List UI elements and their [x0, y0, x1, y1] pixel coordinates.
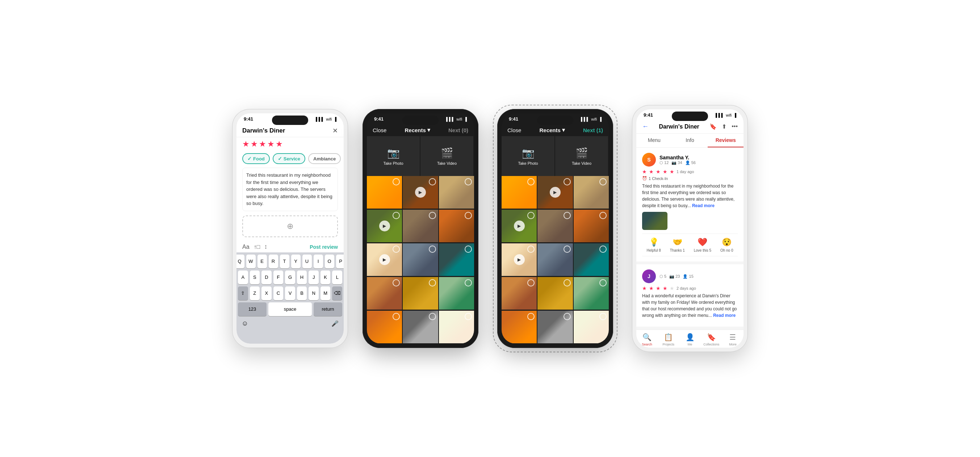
tab-reviews[interactable]: Reviews — [708, 134, 743, 147]
nav-me[interactable]: 👤 Me — [679, 333, 700, 346]
photo-cell-3-3[interactable] — [574, 176, 609, 209]
star-1[interactable]: ★ — [242, 139, 250, 149]
photo-cell-1-2[interactable] — [367, 176, 402, 209]
photo-cell-11-2[interactable] — [403, 277, 438, 310]
key-t[interactable]: T — [280, 255, 290, 268]
key-y[interactable]: Y — [291, 255, 301, 268]
key-f[interactable]: F — [274, 271, 283, 284]
key-j[interactable]: J — [309, 271, 319, 284]
more-icon[interactable]: ••• — [732, 123, 738, 130]
photo-cell-15-3[interactable] — [574, 311, 609, 343]
nav-search[interactable]: 🔍 Search — [636, 333, 658, 346]
nav-projects[interactable]: 📋 Projects — [658, 333, 679, 346]
chart-icon[interactable]: ⫶ — [264, 244, 267, 250]
rating-stars[interactable]: ★ ★ ★ ★ ★ — [237, 137, 344, 151]
key-q[interactable]: Q — [237, 255, 245, 268]
emoji-button[interactable]: ☺ — [242, 320, 248, 327]
key-e[interactable]: E — [258, 255, 267, 268]
photo-cell-13-2[interactable] — [367, 311, 402, 343]
key-return[interactable]: return — [313, 303, 342, 316]
close-button[interactable]: ✕ — [332, 127, 338, 135]
key-delete[interactable]: ⌫ — [332, 287, 342, 300]
key-m[interactable]: M — [320, 287, 331, 300]
key-a[interactable]: A — [238, 271, 248, 284]
photo-cell-12-3[interactable] — [574, 277, 609, 310]
picker-recents-2[interactable]: Recents ▾ — [404, 127, 430, 133]
key-l[interactable]: L — [332, 271, 342, 284]
photo-cell-2-2[interactable]: ▶ — [403, 176, 438, 209]
review-photo-thumb-1[interactable] — [642, 212, 667, 230]
star-3[interactable]: ★ — [259, 139, 266, 149]
picker-recents-3[interactable]: Recents ▾ — [539, 127, 565, 133]
photo-cell-4-2[interactable]: ▶ — [367, 210, 402, 242]
star-2[interactable]: ★ — [251, 139, 258, 149]
photo-cell-14-3[interactable] — [538, 311, 573, 343]
photo-cell-8-2[interactable] — [403, 244, 438, 276]
read-more-2[interactable]: Read more — [713, 313, 735, 318]
key-d[interactable]: D — [261, 271, 272, 284]
reaction-helpful-1[interactable]: 💡 Helpful 8 — [646, 237, 660, 252]
photo-cell-10-2[interactable] — [367, 277, 402, 310]
photo-cell-11-3[interactable] — [538, 277, 573, 310]
picker-close-2[interactable]: Close — [373, 127, 387, 133]
ambiance-tag[interactable]: Ambiance — [308, 153, 341, 164]
review-textarea[interactable]: Tried this restaurant in my neighborhood… — [242, 168, 338, 211]
key-r[interactable]: R — [269, 255, 278, 268]
back-button[interactable]: ← — [642, 123, 649, 131]
nav-more[interactable]: ☰ More — [722, 333, 743, 346]
key-v[interactable]: V — [285, 287, 295, 300]
key-s[interactable]: S — [250, 271, 260, 284]
key-h[interactable]: H — [297, 271, 307, 284]
photo-cell-10-3[interactable] — [501, 277, 537, 310]
photo-cell-3-2[interactable] — [439, 176, 474, 209]
key-w[interactable]: W — [246, 255, 256, 268]
key-x[interactable]: X — [261, 287, 272, 300]
bookmark-icon[interactable]: 🔖 — [710, 123, 717, 130]
take-video-button-2[interactable]: 🎬 Take Video — [420, 136, 473, 176]
photo-cell-6-3[interactable] — [574, 210, 609, 242]
service-tag[interactable]: ✓ Service — [273, 153, 305, 164]
photo-cell-7-2[interactable]: ▶ — [367, 244, 402, 276]
photo-cell-6-2[interactable] — [439, 210, 474, 242]
key-u[interactable]: U — [302, 255, 312, 268]
picker-close-3[interactable]: Close — [508, 127, 521, 133]
photo-cell-13-3[interactable] — [501, 311, 537, 343]
read-more-1[interactable]: Read more — [692, 203, 714, 208]
key-n[interactable]: N — [309, 287, 319, 300]
key-shift[interactable]: ⇧ — [238, 287, 248, 300]
key-g[interactable]: G — [285, 271, 295, 284]
photo-cell-9-3[interactable] — [574, 244, 609, 276]
post-review-button[interactable]: Post review — [310, 244, 338, 250]
reaction-love-1[interactable]: ❤️ Love this 5 — [694, 237, 711, 252]
photo-cell-15-2[interactable] — [439, 311, 474, 343]
photo-cell-8-3[interactable] — [538, 244, 573, 276]
key-space[interactable]: space — [268, 303, 312, 316]
photo-cell-7-3[interactable]: ▶ — [501, 244, 537, 276]
photo-cell-5-3[interactable] — [538, 210, 573, 242]
picker-next-2[interactable]: Next (0) — [449, 127, 468, 133]
photo-cell-14-2[interactable] — [403, 311, 438, 343]
key-b[interactable]: B — [297, 287, 307, 300]
font-icon[interactable]: Aa — [242, 244, 250, 250]
tab-info[interactable]: Info — [672, 134, 708, 147]
key-z[interactable]: Z — [250, 287, 260, 300]
star-5[interactable]: ★ — [275, 139, 283, 149]
upload-icon[interactable]: ↑□ — [254, 244, 260, 250]
key-p[interactable]: P — [336, 255, 344, 268]
key-k[interactable]: K — [320, 271, 331, 284]
picker-next-3[interactable]: Next (1) — [583, 127, 603, 133]
key-o[interactable]: O — [325, 255, 334, 268]
take-photo-button-2[interactable]: 📷 Take Photo — [367, 136, 420, 176]
reaction-thanks-1[interactable]: 🤝 Thanks 1 — [670, 237, 685, 252]
star-4[interactable]: ★ — [267, 139, 275, 149]
key-i[interactable]: I — [313, 255, 323, 268]
take-photo-button-3[interactable]: 📷 Take Photo — [501, 136, 554, 176]
photo-cell-5-2[interactable] — [403, 210, 438, 242]
key-123[interactable]: 123 — [238, 303, 267, 316]
photo-upload-button[interactable]: ⊕ — [242, 215, 338, 237]
photo-cell-2-3[interactable]: ▶ — [538, 176, 573, 209]
photo-cell-1-3[interactable] — [501, 176, 537, 209]
take-video-button-3[interactable]: 🎬 Take Video — [555, 136, 608, 176]
reaction-ohno-1[interactable]: 😯 Oh no 0 — [720, 237, 733, 252]
nav-collections[interactable]: 🔖 Collections — [701, 333, 722, 346]
